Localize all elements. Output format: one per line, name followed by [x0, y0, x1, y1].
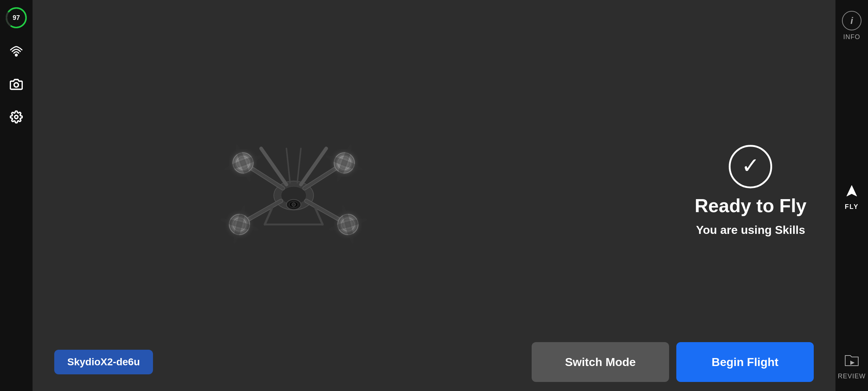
- left-sidebar: 97: [0, 0, 33, 391]
- info-circle-icon: i: [842, 11, 861, 30]
- svg-point-2: [15, 115, 18, 119]
- settings-icon[interactable]: [7, 108, 25, 126]
- right-sidebar: i INFO FLY REVIEW: [835, 0, 868, 391]
- drone-visual: [33, 0, 554, 391]
- battery-value: 97: [13, 14, 20, 22]
- fly-nav-item[interactable]: FLY: [843, 182, 861, 211]
- svg-line-27: [286, 148, 290, 183]
- camera-icon[interactable]: [7, 75, 25, 93]
- ready-check-circle: ✓: [729, 145, 772, 188]
- skills-subtitle: You are using Skills: [696, 223, 805, 237]
- check-mark-icon: ✓: [741, 155, 760, 177]
- bottom-bar: SkydioX2-de6u Switch Mode Begin Flight: [33, 333, 835, 391]
- review-folder-icon: [843, 352, 861, 370]
- info-label: INFO: [843, 33, 860, 41]
- drone-area: [33, 0, 554, 391]
- info-nav-item[interactable]: i INFO: [842, 11, 861, 41]
- switch-mode-button[interactable]: Switch Mode: [532, 342, 669, 382]
- review-nav-item[interactable]: REVIEW: [838, 352, 865, 380]
- svg-point-0: [16, 54, 17, 56]
- fly-arrow-icon: [843, 182, 861, 200]
- svg-marker-44: [850, 361, 855, 365]
- begin-flight-button[interactable]: Begin Flight: [676, 342, 814, 382]
- svg-point-31: [292, 203, 295, 206]
- ready-title: Ready to Fly: [695, 196, 807, 216]
- drone-id-button[interactable]: SkydioX2-de6u: [54, 350, 153, 374]
- wifi-icon[interactable]: [7, 43, 25, 61]
- svg-line-28: [297, 148, 301, 183]
- status-area: ✓ Ready to Fly You are using Skills: [695, 145, 807, 237]
- fly-label: FLY: [845, 203, 859, 211]
- battery-indicator: 97: [6, 7, 27, 28]
- review-label: REVIEW: [838, 373, 865, 380]
- svg-marker-43: [847, 185, 857, 196]
- main-content: ✓ Ready to Fly You are using Skills Skyd…: [33, 0, 835, 391]
- svg-point-1: [14, 83, 18, 87]
